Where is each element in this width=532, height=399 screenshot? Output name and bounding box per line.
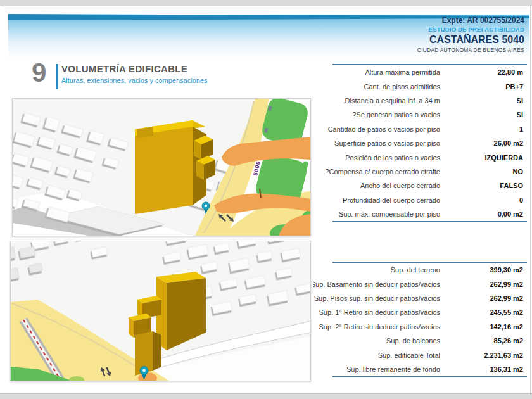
table-row: Altura máxima permitida22,80 m xyxy=(314,65,527,79)
file-number: Expte: AR 002755/2024 xyxy=(417,16,524,25)
row-label: Sup. libre remanente de fondo xyxy=(314,365,440,373)
row-value: IZQUIERDA xyxy=(440,154,527,162)
row-value: SI xyxy=(440,97,527,104)
row-value: 2.231,63 m2 xyxy=(440,352,527,359)
row-label: Compensa c/ cuerpo cerrado ctrafte? xyxy=(314,168,440,175)
row-value: 0 xyxy=(440,196,527,204)
row-value: 136,31 m2 xyxy=(440,365,527,373)
table-row: Se generan patios o vacios?SI xyxy=(314,108,527,122)
row-value: 245,55 m2 xyxy=(440,308,527,316)
row-label: Distancia a esquina inf. a 34 m. xyxy=(314,97,440,104)
row-value: PB+7 xyxy=(440,83,527,91)
row-value: 22,80 m xyxy=(440,68,527,76)
table-row: Compensa c/ cuerpo cerrado ctrafte?NO xyxy=(314,165,527,179)
row-label: Superficie patios o vacios por piso xyxy=(314,139,440,147)
table-row: Sup. de balcones85,26 m2 xyxy=(314,334,527,348)
row-label: Cant. de pisos admitidos xyxy=(314,83,440,91)
window-bottom-bar xyxy=(0,393,532,399)
zoning-parameters-table: Altura máxima permitida22,80 m Cant. de … xyxy=(314,64,527,222)
table-row: Posición de los patios o vaciosIZQUIERDA xyxy=(314,150,527,164)
map-3d-front-view: 5000 xyxy=(12,98,311,236)
row-label: Sup. edificable Total xyxy=(314,352,440,359)
table-row: Sup. edificable Total2.231,63 m2 xyxy=(314,348,527,362)
window-top-bar xyxy=(0,0,532,6)
row-label: Se generan patios o vacios? xyxy=(314,111,440,118)
table-row: Sup. 2° Retiro sin deducir patios/vacios… xyxy=(314,320,527,334)
row-value: 142,16 m2 xyxy=(440,323,527,331)
row-value: FALSO xyxy=(440,182,527,189)
table-row: Sup. Basamento sin deducir patios/vacios… xyxy=(314,277,527,291)
row-label: Sup. del terreno xyxy=(314,266,440,274)
city-label: CIUDAD AUTÓNOMA DE BUENOS AIRES xyxy=(417,48,524,54)
section-title: VOLUMETRÍA EDIFICABLE xyxy=(61,63,208,74)
table-row: Superficie patios o vacios por piso26,00… xyxy=(314,136,527,150)
row-value: 85,26 m2 xyxy=(440,337,527,345)
row-value: 0,00 m2 xyxy=(440,210,527,218)
row-label: Sup. Basamento sin deducir patios/vacios xyxy=(314,281,440,288)
window-right-border xyxy=(530,6,531,393)
row-label: Profundidad del cuerpo cerrado xyxy=(314,196,440,204)
row-value: NO xyxy=(440,168,527,175)
row-value: 262,99 m2 xyxy=(440,294,527,302)
table-row: Ancho del cuerpo cerradoFALSO xyxy=(314,179,527,193)
table-row: Sup. del terreno399,30 m2 xyxy=(314,263,527,277)
row-label: Ancho del cuerpo cerrado xyxy=(314,182,440,189)
section-number: 9 xyxy=(32,60,46,86)
map-3d-rear-view xyxy=(10,241,311,381)
study-type: ESTUDIO DE PREFACTIBILIDAD xyxy=(417,27,524,34)
row-value: SI xyxy=(440,111,527,118)
row-label: Sup. de balcones xyxy=(314,337,440,345)
row-value: 399,30 m2 xyxy=(440,266,527,274)
report-page: Expte: AR 002755/2024 ESTUDIO DE PREFACT… xyxy=(0,0,532,399)
section-accent-bar xyxy=(56,64,58,89)
table-row: Sup. máx. compensable por piso0,00 m2 xyxy=(314,207,527,221)
row-label: Sup. máx. compensable por piso xyxy=(314,210,440,218)
row-value: 26,00 m2 xyxy=(440,139,527,147)
table-row: Cant. de pisos admitidosPB+7 xyxy=(314,79,527,93)
table-bottom-rule xyxy=(332,376,527,377)
table-row: Profundidad del cuerpo cerrado0 xyxy=(314,193,527,207)
table-row: Cantidad de patios o vacios por piso1 xyxy=(314,122,527,136)
property-address: CASTAÑARES 5040 xyxy=(417,34,524,46)
row-value: 1 xyxy=(440,125,527,133)
section-subtitle: Alturas, extensiones, vacios y compensac… xyxy=(61,77,208,84)
row-label: Sup. 2° Retiro sin deducir patios/vacios xyxy=(314,323,440,331)
header-block: Expte: AR 002755/2024 ESTUDIO DE PREFACT… xyxy=(417,16,524,54)
table-row: Sup. libre remanente de fondo136,31 m2 xyxy=(314,362,527,376)
table-bottom-rule xyxy=(332,221,527,222)
row-label: Posición de los patios o vacios xyxy=(314,154,440,162)
row-label: Sup. Pisos sup. sin deducir patios/vacio… xyxy=(314,294,440,302)
table-row: Sup. 1° Retiro sin deducir patios/vacios… xyxy=(314,305,527,319)
row-value: 262,99 m2 xyxy=(440,281,527,288)
surface-areas-table: Sup. del terreno399,30 m2 Sup. Basamento… xyxy=(314,262,527,377)
table-row: Sup. Pisos sup. sin deducir patios/vacio… xyxy=(314,291,527,305)
row-label: Cantidad de patios o vacios por piso xyxy=(314,125,440,133)
table-row: Distancia a esquina inf. a 34 m.SI xyxy=(314,94,527,108)
row-label: Sup. 1° Retiro sin deducir patios/vacios xyxy=(314,308,440,316)
row-label: Altura máxima permitida xyxy=(314,68,440,76)
